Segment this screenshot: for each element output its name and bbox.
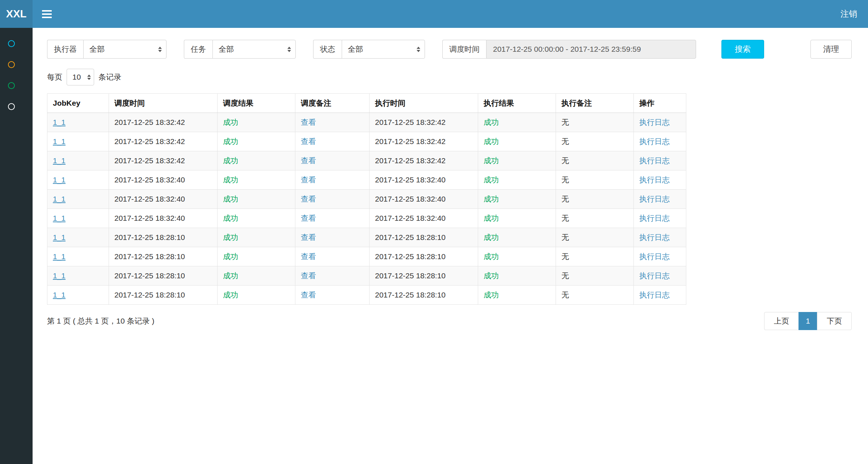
- table-row: 1_12017-12-25 18:28:10成功查看2017-12-25 18:…: [47, 228, 686, 247]
- jobkey-link[interactable]: 1_1: [53, 252, 66, 261]
- executor-select-value: 全部: [89, 44, 105, 54]
- exec-log-link[interactable]: 执行日志: [639, 118, 670, 126]
- executor-filter-group: 执行器 全部: [47, 40, 167, 59]
- column-header: 调度时间: [109, 94, 218, 113]
- pagination-next-button[interactable]: 下页: [817, 312, 852, 330]
- logout-link[interactable]: 注销: [830, 0, 868, 28]
- jobkey-link[interactable]: 1_1: [53, 271, 66, 280]
- trigger-msg-link[interactable]: 查看: [301, 195, 316, 203]
- sidebar-item-2[interactable]: [0, 54, 33, 75]
- exec-log-link[interactable]: 执行日志: [639, 271, 670, 280]
- handle-msg-cell: 无: [561, 214, 569, 222]
- handle-msg-cell: 无: [561, 233, 569, 241]
- column-header: 操作: [634, 94, 686, 113]
- exec-log-link[interactable]: 执行日志: [639, 233, 670, 241]
- log-table-header-row: JobKey调度时间调度结果调度备注执行时间执行结果执行备注操作: [47, 94, 686, 113]
- table-row: 1_12017-12-25 18:28:10成功查看2017-12-25 18:…: [47, 266, 686, 286]
- circle-o-icon: [8, 40, 15, 47]
- exec-log-link[interactable]: 执行日志: [639, 252, 670, 261]
- page-size-control: 每页 10 条记录: [47, 69, 852, 85]
- column-header: 调度备注: [295, 94, 370, 113]
- trigger-time-range-input[interactable]: 2017-12-25 00:00:00 - 2017-12-25 23:59:5…: [486, 40, 696, 59]
- handle-msg-cell: 无: [561, 252, 569, 261]
- handle-msg-cell: 无: [561, 271, 569, 280]
- trigger-time-cell: 2017-12-25 18:32:42: [114, 156, 185, 165]
- jobkey-link[interactable]: 1_1: [53, 195, 66, 203]
- jobkey-link[interactable]: 1_1: [53, 118, 66, 126]
- main-content: 调度日志任务调度中心 执行器 全部 任务 全部 状态 全部 调度时间: [33, 0, 868, 330]
- handle-msg-cell: 无: [561, 156, 569, 165]
- pagination-prev-button[interactable]: 上页: [764, 312, 799, 330]
- sidebar-menu: [0, 28, 33, 464]
- circle-o-icon: [8, 61, 15, 68]
- app-logo[interactable]: XXL: [0, 0, 33, 28]
- job-select[interactable]: 全部: [212, 40, 296, 59]
- table-row: 1_12017-12-25 18:32:42成功查看2017-12-25 18:…: [47, 132, 686, 151]
- exec-log-link[interactable]: 执行日志: [639, 214, 670, 222]
- page-size-select[interactable]: 10: [67, 69, 94, 85]
- sidebar-toggle-icon[interactable]: [33, 0, 61, 28]
- handle-result-cell: 成功: [484, 271, 499, 280]
- status-filter-label: 状态: [313, 40, 342, 59]
- trigger-msg-link[interactable]: 查看: [301, 156, 316, 165]
- handle-result-cell: 成功: [484, 118, 499, 126]
- trigger-time-cell: 2017-12-25 18:32:40: [114, 176, 185, 184]
- trigger-msg-link[interactable]: 查看: [301, 233, 316, 241]
- trigger-msg-link[interactable]: 查看: [301, 214, 316, 222]
- trigger-msg-link[interactable]: 查看: [301, 291, 316, 299]
- jobkey-link[interactable]: 1_1: [53, 291, 66, 299]
- jobkey-link[interactable]: 1_1: [53, 233, 66, 241]
- trigger-msg-link[interactable]: 查看: [301, 271, 316, 280]
- exec-log-link[interactable]: 执行日志: [639, 195, 670, 203]
- trigger-msg-link[interactable]: 查看: [301, 176, 316, 184]
- select-stepper-icon: [287, 47, 291, 52]
- handle-time-cell: 2017-12-25 18:28:10: [375, 291, 446, 299]
- handle-time-cell: 2017-12-25 18:32:40: [375, 195, 446, 203]
- clear-button[interactable]: 清理: [810, 40, 852, 59]
- sidebar-item-1[interactable]: [0, 33, 33, 54]
- log-table-body: 1_12017-12-25 18:32:42成功查看2017-12-25 18:…: [47, 113, 686, 305]
- jobkey-link[interactable]: 1_1: [53, 137, 66, 145]
- pagination-page-1-button[interactable]: 1: [799, 312, 817, 330]
- top-navbar: XXL 注销: [0, 0, 868, 28]
- table-row: 1_12017-12-25 18:32:40成功查看2017-12-25 18:…: [47, 209, 686, 228]
- page-size-value: 10: [72, 73, 81, 81]
- handle-time-cell: 2017-12-25 18:32:42: [375, 118, 446, 126]
- trigger-msg-link[interactable]: 查看: [301, 252, 316, 261]
- sidebar-item-3[interactable]: [0, 75, 33, 96]
- handle-result-cell: 成功: [484, 233, 499, 241]
- trigger-time-cell: 2017-12-25 18:32:42: [114, 137, 185, 145]
- jobkey-link[interactable]: 1_1: [53, 176, 66, 184]
- trigger-time-cell: 2017-12-25 18:28:10: [114, 271, 185, 280]
- status-select[interactable]: 全部: [342, 40, 425, 59]
- exec-log-link[interactable]: 执行日志: [639, 176, 670, 184]
- trigger-msg-link[interactable]: 查看: [301, 118, 316, 126]
- trigger-msg-link[interactable]: 查看: [301, 137, 316, 145]
- jobkey-link[interactable]: 1_1: [53, 214, 66, 222]
- table-row: 1_12017-12-25 18:32:40成功查看2017-12-25 18:…: [47, 170, 686, 190]
- handle-result-cell: 成功: [484, 137, 499, 145]
- trigger-result-cell: 成功: [223, 195, 238, 203]
- hamburger-bar: [42, 17, 52, 18]
- exec-log-link[interactable]: 执行日志: [639, 291, 670, 299]
- sidebar-item-4[interactable]: [0, 96, 33, 117]
- trigger-time-cell: 2017-12-25 18:28:10: [114, 291, 185, 299]
- trigger-time-cell: 2017-12-25 18:32:42: [114, 118, 185, 126]
- handle-time-cell: 2017-12-25 18:28:10: [375, 252, 446, 261]
- executor-select[interactable]: 全部: [83, 40, 167, 59]
- circle-o-icon: [8, 103, 15, 110]
- handle-time-cell: 2017-12-25 18:28:10: [375, 271, 446, 280]
- column-header: 执行时间: [370, 94, 478, 113]
- search-button[interactable]: 搜索: [721, 40, 764, 59]
- trigger-result-cell: 成功: [223, 252, 238, 261]
- table-row: 1_12017-12-25 18:32:42成功查看2017-12-25 18:…: [47, 113, 686, 132]
- jobkey-link[interactable]: 1_1: [53, 156, 66, 165]
- exec-log-link[interactable]: 执行日志: [639, 156, 670, 165]
- page-size-prefix: 每页: [47, 72, 62, 82]
- trigger-result-cell: 成功: [223, 118, 238, 126]
- column-header: 执行结果: [478, 94, 556, 113]
- job-select-value: 全部: [219, 44, 234, 54]
- filter-toolbar: 执行器 全部 任务 全部 状态 全部 调度时间 2017-12-25 00:00…: [47, 40, 852, 59]
- exec-log-link[interactable]: 执行日志: [639, 137, 670, 145]
- pagination-summary: 第 1 页 ( 总共 1 页，10 条记录 ): [47, 316, 154, 326]
